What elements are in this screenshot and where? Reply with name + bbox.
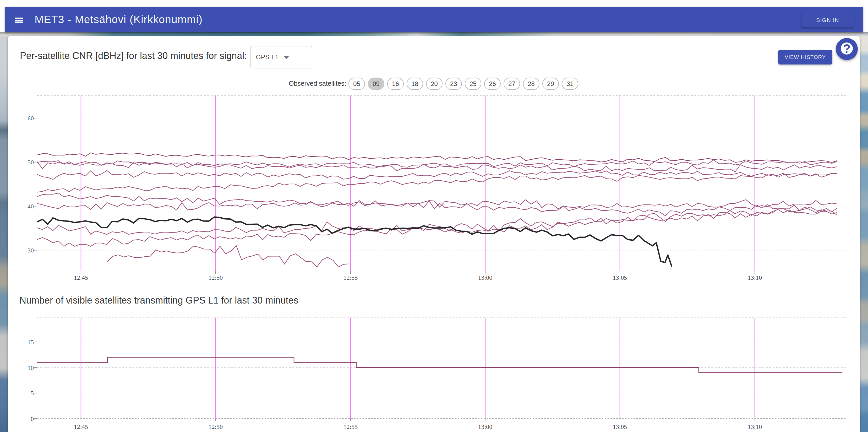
svg-text:12:45: 12:45 xyxy=(74,423,88,430)
svg-text:30: 30 xyxy=(28,247,34,254)
svg-text:40: 40 xyxy=(28,203,34,210)
svg-text:13:05: 13:05 xyxy=(613,274,627,281)
svg-text:12:50: 12:50 xyxy=(209,423,223,430)
svg-text:12:55: 12:55 xyxy=(343,423,358,430)
svg-text:13:10: 13:10 xyxy=(748,423,762,430)
svg-text:12:45: 12:45 xyxy=(74,274,88,281)
svg-text:13:05: 13:05 xyxy=(613,423,627,430)
svg-text:13:00: 13:00 xyxy=(478,274,493,281)
svg-text:12:50: 12:50 xyxy=(209,274,223,281)
svg-text:15: 15 xyxy=(28,339,34,345)
svg-text:60: 60 xyxy=(28,115,34,122)
svg-text:50: 50 xyxy=(28,159,34,166)
svg-text:0: 0 xyxy=(31,415,34,422)
svg-text:5: 5 xyxy=(31,390,34,397)
svg-text:10: 10 xyxy=(28,364,34,371)
svg-text:13:00: 13:00 xyxy=(478,423,493,430)
svg-text:12:55: 12:55 xyxy=(343,274,358,281)
svg-text:13:10: 13:10 xyxy=(748,274,762,281)
